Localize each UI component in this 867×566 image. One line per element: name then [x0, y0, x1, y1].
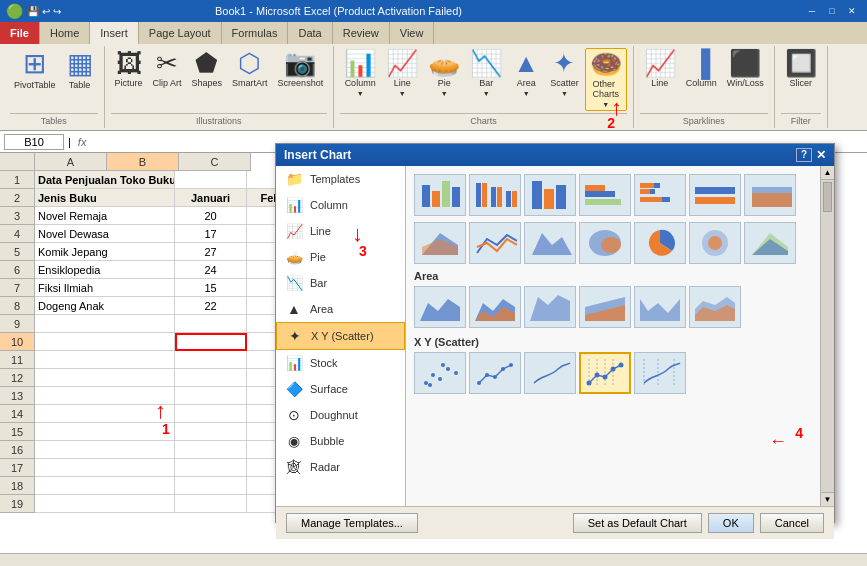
chart-category-bar[interactable]: 📉 Bar: [276, 270, 405, 296]
chart-thumb-r2-1[interactable]: [414, 222, 466, 264]
cell-a19[interactable]: [35, 495, 175, 513]
row-num-14[interactable]: 14: [0, 405, 35, 423]
scatter-thumb-5[interactable]: [634, 352, 686, 394]
row-num-7[interactable]: 7: [0, 279, 35, 297]
scroll-up-btn[interactable]: ▲: [821, 166, 834, 180]
close-btn[interactable]: ✕: [843, 4, 861, 18]
chart-thumb-r2-5[interactable]: [634, 222, 686, 264]
clip-art-btn[interactable]: ✂ Clip Art: [149, 48, 186, 90]
cell-b10[interactable]: [175, 333, 247, 351]
scroll-down-btn[interactable]: ▼: [821, 492, 834, 506]
cell-b19[interactable]: [175, 495, 247, 513]
chart-thumb-r2-3[interactable]: [524, 222, 576, 264]
area-thumb-4[interactable]: [579, 286, 631, 328]
tab-page-layout[interactable]: Page Layout: [139, 22, 222, 44]
pie-chart-btn[interactable]: 🥧 Pie ▼: [424, 48, 464, 99]
cell-b7[interactable]: 15: [175, 279, 247, 297]
column-chart-btn[interactable]: 📊 Column ▼: [340, 48, 380, 99]
cell-reference-input[interactable]: [4, 134, 64, 150]
scatter-thumb-3[interactable]: [524, 352, 576, 394]
cell-a7[interactable]: Fiksi Ilmiah: [35, 279, 175, 297]
tab-insert[interactable]: Insert: [90, 22, 139, 44]
sparkline-col-btn[interactable]: ▐ Column: [682, 48, 721, 90]
cell-b11[interactable]: [175, 351, 247, 369]
cell-a16[interactable]: [35, 441, 175, 459]
row-num-1[interactable]: 1: [0, 171, 35, 189]
row-num-10[interactable]: 10: [0, 333, 35, 351]
cell-a12[interactable]: [35, 369, 175, 387]
bar-chart-btn[interactable]: 📉 Bar ▼: [466, 48, 506, 99]
cell-a5[interactable]: Komik Jepang: [35, 243, 175, 261]
column-dropdown[interactable]: ▼: [357, 90, 364, 97]
picture-btn[interactable]: 🖼 Picture: [111, 48, 147, 90]
chart-category-bubble[interactable]: ◉ Bubble: [276, 428, 405, 454]
col-header-b[interactable]: B: [107, 153, 179, 171]
cell-b1[interactable]: [175, 171, 247, 189]
chart-thumb-r2-2[interactable]: [469, 222, 521, 264]
cancel-btn[interactable]: Cancel: [760, 513, 824, 533]
save-quick[interactable]: 💾: [27, 6, 39, 17]
dialog-scrollbar[interactable]: ▲ ▼: [820, 166, 834, 506]
chart-thumb-bar6[interactable]: [689, 174, 741, 216]
area-thumb-3[interactable]: [524, 286, 576, 328]
tab-file[interactable]: File: [0, 22, 40, 44]
maximize-btn[interactable]: □: [823, 4, 841, 18]
row-num-17[interactable]: 17: [0, 459, 35, 477]
cell-a18[interactable]: [35, 477, 175, 495]
tab-review[interactable]: Review: [333, 22, 390, 44]
area-thumb-2[interactable]: [469, 286, 521, 328]
cell-a15[interactable]: [35, 423, 175, 441]
area-thumb-5[interactable]: [634, 286, 686, 328]
cell-b5[interactable]: 27: [175, 243, 247, 261]
cell-b15[interactable]: [175, 423, 247, 441]
row-num-3[interactable]: 3: [0, 207, 35, 225]
cell-a6[interactable]: Ensiklopedia: [35, 261, 175, 279]
area-thumb-6[interactable]: [689, 286, 741, 328]
cell-b3[interactable]: 20: [175, 207, 247, 225]
scroll-thumb[interactable]: [823, 182, 832, 212]
scatter-thumb-4-selected[interactable]: [579, 352, 631, 394]
cell-a14[interactable]: [35, 405, 175, 423]
row-num-13[interactable]: 13: [0, 387, 35, 405]
scatter-thumb-2[interactable]: [469, 352, 521, 394]
chart-thumb-r2-7[interactable]: [744, 222, 796, 264]
other-charts-btn[interactable]: 🍩 OtherCharts ▼: [585, 48, 627, 111]
tab-formulas[interactable]: Formulas: [222, 22, 289, 44]
cell-a2[interactable]: Jenis Buku: [35, 189, 175, 207]
row-num-16[interactable]: 16: [0, 441, 35, 459]
cell-b2[interactable]: Januari: [175, 189, 247, 207]
chart-category-area[interactable]: ▲ Area: [276, 296, 405, 322]
dialog-close-btn[interactable]: ✕: [816, 148, 826, 162]
line-chart-btn[interactable]: 📈 Line ▼: [382, 48, 422, 99]
line-dropdown[interactable]: ▼: [399, 90, 406, 97]
scatter-thumb-1[interactable]: [414, 352, 466, 394]
cell-a1[interactable]: Data Penjualan Toko Buku Makmur: [35, 171, 175, 189]
row-num-11[interactable]: 11: [0, 351, 35, 369]
chart-category-templates[interactable]: 📁 Templates: [276, 166, 405, 192]
chart-thumb-bar5[interactable]: [634, 174, 686, 216]
cell-b9[interactable]: [175, 315, 247, 333]
tab-data[interactable]: Data: [288, 22, 332, 44]
chart-category-xyscatter[interactable]: ✦ X Y (Scatter): [276, 322, 405, 350]
scatter-dropdown[interactable]: ▼: [561, 90, 568, 97]
col-header-c[interactable]: C: [179, 153, 251, 171]
chart-category-surface[interactable]: 🔷 Surface: [276, 376, 405, 402]
row-num-15[interactable]: 15: [0, 423, 35, 441]
cell-a9[interactable]: [35, 315, 175, 333]
minimize-btn[interactable]: ─: [803, 4, 821, 18]
screenshot-btn[interactable]: 📷 Screenshot: [274, 48, 328, 90]
undo-quick[interactable]: ↩: [42, 6, 50, 17]
cell-a17[interactable]: [35, 459, 175, 477]
window-controls[interactable]: ─ □ ✕: [803, 4, 861, 18]
cell-a8[interactable]: Dogeng Anak: [35, 297, 175, 315]
pivot-table-btn[interactable]: ⊞ PivotTable: [10, 48, 60, 92]
tab-home[interactable]: Home: [40, 22, 90, 44]
chart-category-radar[interactable]: 🕸 Radar: [276, 454, 405, 480]
cell-b16[interactable]: [175, 441, 247, 459]
cell-b4[interactable]: 17: [175, 225, 247, 243]
row-num-5[interactable]: 5: [0, 243, 35, 261]
row-num-6[interactable]: 6: [0, 261, 35, 279]
cell-b12[interactable]: [175, 369, 247, 387]
shapes-btn[interactable]: ⬟ Shapes: [188, 48, 227, 90]
smartart-btn[interactable]: ⬡ SmartArt: [228, 48, 272, 90]
